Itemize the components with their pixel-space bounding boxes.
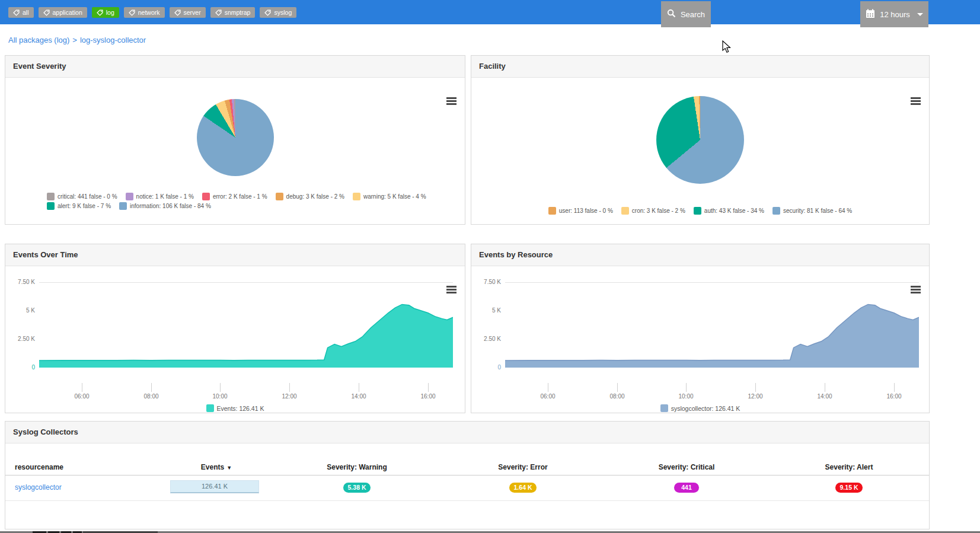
search-icon xyxy=(667,9,676,20)
tag-all[interactable]: all xyxy=(8,7,34,18)
x-tick-label: 10:00 xyxy=(207,393,233,400)
panel-title: Facility xyxy=(471,56,929,78)
event-severity-legend: critical: 441 false - 0 %notice: 1 K fal… xyxy=(47,193,453,212)
search-button[interactable]: Search xyxy=(661,1,711,27)
x-tick-label: 14:00 xyxy=(346,393,372,400)
column-header-severity-warning[interactable]: Severity: Warning xyxy=(309,463,404,471)
legend-item-syslogcollector[interactable]: syslogcollector: 126.41 K xyxy=(660,404,740,412)
legend-swatch xyxy=(548,207,556,215)
legend-item-debug[interactable]: debug: 3 K false - 2 % xyxy=(276,193,344,200)
dashboard-screen: allapplicationlognetworkserversnmptrapsy… xyxy=(0,0,980,533)
resource-link[interactable]: syslogcollector xyxy=(15,483,62,491)
x-tick-label: 12:00 xyxy=(742,393,768,400)
legend-item-notice[interactable]: notice: 1 K false - 1 % xyxy=(126,193,194,200)
legend-item-cron[interactable]: cron: 3 K false - 2 % xyxy=(621,207,685,215)
y-tick-label: 5 K xyxy=(474,307,501,314)
legend-item-error[interactable]: error: 2 K false - 1 % xyxy=(202,193,267,200)
x-tick-mark xyxy=(428,383,429,392)
y-tick-label: 0 xyxy=(8,364,35,371)
panel-syslog-collectors: Syslog Collectors resourcename Events▼ S… xyxy=(5,421,930,529)
column-header-resourcename[interactable]: resourcename xyxy=(15,463,63,471)
column-header-events[interactable]: Events▼ xyxy=(169,463,264,471)
chart-menu-icon[interactable] xyxy=(911,97,921,105)
tag-syslog[interactable]: syslog xyxy=(260,7,296,18)
top-bar: allapplicationlognetworkserversnmptrapsy… xyxy=(0,0,980,24)
tag-snmptrap[interactable]: snmptrap xyxy=(210,7,256,18)
y-tick-label: 7.50 K xyxy=(8,279,35,285)
legend-item-critical[interactable]: critical: 441 false - 0 % xyxy=(47,193,117,200)
x-tick-mark xyxy=(686,383,687,392)
x-tick-label: 12:00 xyxy=(276,393,302,400)
x-tick-mark xyxy=(617,383,618,392)
x-tick-mark xyxy=(82,383,82,392)
legend-item-auth[interactable]: auth: 43 K false - 34 % xyxy=(694,207,764,215)
legend-swatch xyxy=(276,193,283,200)
tag-server[interactable]: server xyxy=(170,7,206,18)
panel-title: Event Severity xyxy=(5,56,465,78)
breadcrumb-current[interactable]: log-syslog-collector xyxy=(80,36,146,44)
panel-title: Events by Resource xyxy=(471,244,929,266)
time-range-label: 12 hours xyxy=(880,10,910,19)
tag-icon xyxy=(13,9,20,16)
legend-item-Events[interactable]: Events: 126.41 K xyxy=(206,404,264,412)
x-tick-label: 14:00 xyxy=(812,393,838,400)
series-legend: Events: 126.41 K xyxy=(5,404,465,412)
x-tick-label: 06:00 xyxy=(535,393,561,400)
table-row: syslogcollector 126.41 K 5.38 K 1.64 K 4… xyxy=(5,475,929,501)
x-tick-mark xyxy=(289,383,290,392)
legend-swatch xyxy=(621,207,629,215)
breadcrumb-link-parent[interactable]: All packages (log) xyxy=(8,36,69,44)
x-tick-label: 16:00 xyxy=(881,393,907,400)
column-header-severity-alert[interactable]: Severity: Alert xyxy=(802,463,896,471)
legend-item-warning[interactable]: warning: 5 K false - 4 % xyxy=(353,193,426,200)
tag-icon xyxy=(43,9,50,16)
x-tick-mark xyxy=(359,383,359,392)
tag-icon xyxy=(264,9,271,16)
legend-swatch xyxy=(353,193,360,200)
x-tick-mark xyxy=(548,383,548,392)
tag-icon xyxy=(174,9,181,16)
legend-swatch xyxy=(126,193,133,200)
chart-menu-icon[interactable] xyxy=(446,97,457,105)
panel-events-over-time: Events Over Time 7.50 K5 K2.50 K0 06:000… xyxy=(5,244,465,413)
tag-network[interactable]: network xyxy=(124,7,165,18)
y-tick-label: 2.50 K xyxy=(8,336,35,342)
y-tick-label: 0 xyxy=(474,364,501,371)
legend-swatch xyxy=(206,404,214,412)
y-tick-label: 2.50 K xyxy=(474,336,501,342)
legend-swatch xyxy=(660,404,668,412)
legend-item-alert[interactable]: alert: 9 K false - 7 % xyxy=(47,202,111,210)
sort-desc-icon: ▼ xyxy=(226,465,232,471)
y-tick-label: 7.50 K xyxy=(474,279,501,285)
warning-badge: 5.38 K xyxy=(343,483,371,493)
x-tick-label: 08:00 xyxy=(604,393,630,400)
x-tick-label: 08:00 xyxy=(138,393,164,400)
column-header-severity-critical[interactable]: Severity: Critical xyxy=(639,463,734,471)
legend-item-security[interactable]: security: 81 K false - 64 % xyxy=(772,207,852,215)
legend-swatch xyxy=(119,202,127,210)
tag-icon xyxy=(129,9,135,16)
critical-badge: 441 xyxy=(674,483,699,493)
panel-event-severity: Event Severity critical: 441 false - 0 %… xyxy=(5,55,465,225)
legend-swatch xyxy=(47,202,55,210)
legend-item-user[interactable]: user: 113 false - 0 % xyxy=(548,207,613,215)
x-tick-mark xyxy=(894,383,895,392)
facility-pie-chart[interactable] xyxy=(656,96,744,184)
legend-swatch xyxy=(772,207,780,215)
events-over-time-area-chart xyxy=(39,282,453,368)
mouse-cursor xyxy=(722,40,734,56)
tag-application[interactable]: application xyxy=(39,7,87,18)
calendar-icon xyxy=(866,9,875,20)
time-range-button[interactable]: 12 hours xyxy=(860,1,928,27)
alert-badge: 9.15 K xyxy=(835,483,863,493)
breadcrumb-separator: > xyxy=(72,36,77,44)
column-header-severity-error[interactable]: Severity: Error xyxy=(475,463,570,471)
tag-log[interactable]: log xyxy=(92,7,119,18)
events-value-bar: 126.41 K xyxy=(170,480,259,493)
event-severity-pie-chart[interactable] xyxy=(197,99,274,176)
facility-legend: user: 113 false - 0 %cron: 3 K false - 2… xyxy=(471,207,929,216)
panel-events-by-resource: Events by Resource 7.50 K5 K2.50 K0 06:0… xyxy=(471,244,930,413)
legend-item-information[interactable]: information: 106 K false - 84 % xyxy=(119,202,211,210)
y-tick-label: 5 K xyxy=(8,307,35,314)
x-tick-mark xyxy=(755,383,756,392)
